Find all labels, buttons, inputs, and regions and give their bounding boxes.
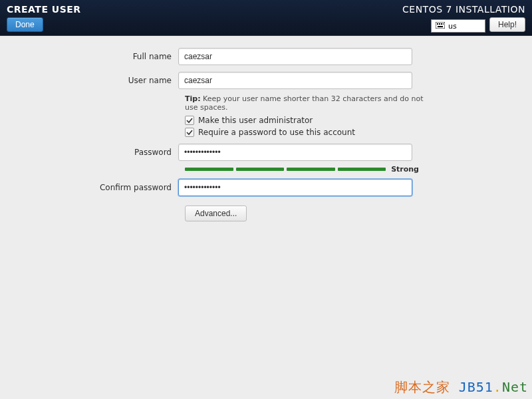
- installer-title: CENTOS 7 INSTALLATION: [402, 4, 525, 15]
- strength-label: Strong: [391, 165, 419, 174]
- user-name-input[interactable]: [178, 72, 412, 89]
- svg-rect-5: [438, 26, 443, 27]
- svg-rect-3: [441, 23, 442, 25]
- confirm-password-label: Confirm password: [0, 183, 178, 192]
- svg-rect-0: [436, 22, 445, 29]
- full-name-input[interactable]: [178, 48, 412, 65]
- top-header: CREATE USER CENTOS 7 INSTALLATION Done u…: [0, 0, 532, 36]
- page-title: CREATE USER: [7, 4, 81, 15]
- make-admin-checkbox[interactable]: Make this user administrator: [185, 116, 532, 125]
- strength-bar: [338, 168, 386, 171]
- watermark-en1: JB51: [459, 379, 493, 395]
- keyboard-layout-selector[interactable]: us: [431, 19, 485, 33]
- confirm-password-input[interactable]: [178, 179, 412, 196]
- checkbox-icon: [185, 128, 194, 137]
- advanced-button[interactable]: Advanced...: [185, 205, 247, 221]
- checkbox-icon: [185, 116, 194, 125]
- user-name-label: User name: [0, 76, 178, 85]
- require-password-label: Require a password to use this account: [198, 128, 355, 137]
- svg-rect-4: [443, 23, 444, 25]
- strength-bars: [185, 168, 386, 171]
- watermark-cn: 脚本之家: [394, 379, 450, 395]
- password-strength-meter: Strong: [185, 165, 419, 174]
- require-password-checkbox[interactable]: Require a password to use this account: [185, 128, 532, 137]
- keyboard-icon: [436, 22, 448, 31]
- make-admin-label: Make this user administrator: [198, 116, 313, 125]
- done-button[interactable]: Done: [7, 17, 43, 32]
- strength-bar: [287, 168, 335, 171]
- create-user-form: Full name User name Tip: Keep your user …: [0, 36, 532, 221]
- strength-bar: [236, 168, 285, 171]
- full-name-label: Full name: [0, 52, 178, 61]
- password-label: Password: [0, 148, 178, 157]
- tip-text: Keep your user name shorter than 32 char…: [185, 94, 424, 112]
- keyboard-layout-value: us: [448, 22, 457, 31]
- help-button[interactable]: Help!: [489, 17, 525, 32]
- username-tip: Tip: Keep your user name shorter than 32…: [185, 94, 424, 112]
- svg-rect-1: [437, 23, 438, 25]
- watermark: 脚本之家 JB51.Net: [394, 378, 528, 396]
- tip-prefix: Tip:: [185, 94, 201, 103]
- strength-bar: [185, 168, 233, 171]
- svg-rect-2: [439, 23, 440, 25]
- watermark-en2: Net: [502, 379, 528, 395]
- watermark-dot: .: [493, 379, 502, 395]
- password-input[interactable]: [178, 144, 412, 161]
